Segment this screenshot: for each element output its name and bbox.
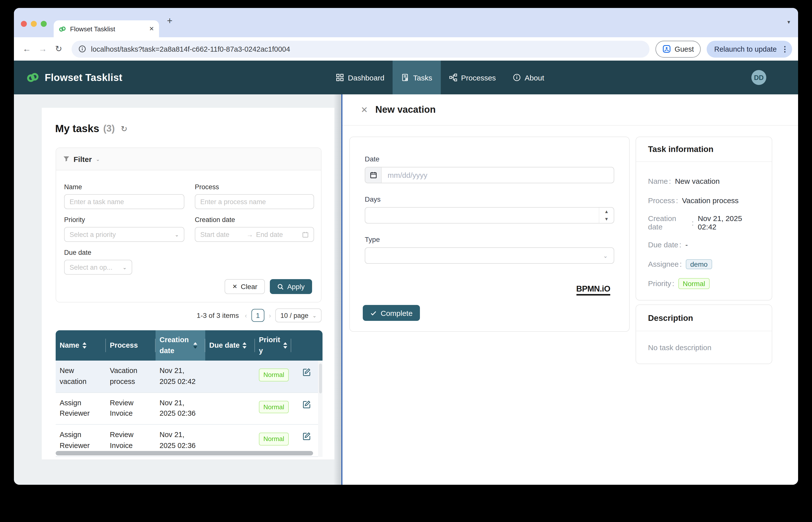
filter-toggle[interactable]: Filter ⌄ — [56, 148, 321, 170]
filter-collapse-chevron-icon[interactable]: ⌄ — [96, 156, 100, 162]
sort-carets-icon[interactable] — [243, 342, 247, 349]
info-value: - — [685, 240, 688, 249]
apply-label: Apply — [287, 283, 304, 290]
table-horizontal-scrollbar[interactable] — [56, 451, 313, 456]
complete-button[interactable]: Complete — [363, 305, 420, 321]
minimize-window-button[interactable] — [31, 21, 37, 27]
number-stepper[interactable]: ▲ ▼ — [599, 207, 614, 223]
browser-menu-icon[interactable]: ⋮ — [781, 44, 789, 54]
sort-carets-icon[interactable] — [193, 342, 197, 349]
nav-menu: DashboardTasksProcessesAbout — [328, 61, 553, 94]
nav-item-processes[interactable]: Processes — [441, 61, 504, 94]
edit-task-icon[interactable] — [302, 367, 311, 377]
detail-header: ✕ New vacation — [342, 94, 798, 126]
priority-badge: Normal — [259, 401, 289, 413]
sort-carets-icon[interactable] — [283, 342, 287, 349]
forward-button[interactable]: → — [36, 44, 50, 54]
filter-title: Filter — [74, 155, 92, 163]
filter-form: Name Enter a task name Process Enter a p… — [56, 170, 321, 302]
table-row[interactable]: Assign ReviewerReview InvoiceNov 21, 202… — [56, 393, 322, 425]
favicon — [59, 25, 66, 33]
browser-tab[interactable]: Flowset Tasklist ✕ — [54, 20, 159, 37]
back-button[interactable]: ← — [20, 44, 34, 54]
window-controls[interactable] — [21, 21, 47, 27]
page-size-select[interactable]: 10 / page ⌄ — [276, 308, 321, 322]
next-page-icon[interactable]: › — [269, 312, 271, 319]
creation-date-range-input[interactable]: Start date → End date — [195, 227, 314, 242]
maximize-window-button[interactable] — [41, 21, 47, 27]
due-date-filter-label: Due date — [64, 249, 132, 256]
column-label: Creation date — [159, 335, 190, 356]
priority-placeholder: Select a priority — [70, 231, 172, 238]
step-down-icon[interactable]: ▼ — [599, 215, 614, 223]
sort-carets-icon[interactable] — [82, 342, 86, 349]
close-window-button[interactable] — [21, 21, 27, 27]
nav-item-label: Dashboard — [348, 73, 384, 82]
range-arrow-icon: → — [246, 231, 253, 238]
step-up-icon[interactable]: ▲ — [599, 207, 614, 215]
column-header-name[interactable]: Name — [56, 330, 106, 361]
tab-title: Flowset Tasklist — [70, 25, 145, 33]
description-empty-text: No task description — [636, 331, 772, 364]
url-text[interactable]: localhost/tasks?task=2a8a814f-c662-11f0-… — [91, 45, 290, 53]
column-label: Priority — [259, 335, 280, 356]
type-label: Type — [365, 236, 614, 243]
browser-window: Flowset Tasklist ✕ + ▾ ← → ↻ localhost/t… — [14, 8, 798, 485]
column-header-priority[interactable]: Priority — [255, 330, 291, 361]
user-avatar[interactable]: DD — [751, 70, 766, 85]
search-icon — [277, 283, 284, 290]
relaunch-button[interactable]: Relaunch to update ⋮ — [707, 40, 792, 57]
column-header-due-date[interactable]: Due date — [205, 330, 255, 361]
process-filter-label: Process — [195, 183, 314, 191]
site-info-icon[interactable] — [79, 45, 86, 53]
info-label: Assignee — [648, 260, 678, 268]
table-vertical-scrollbar[interactable] — [318, 361, 322, 457]
task-information-panel: Task information Name:New vacationProces… — [636, 137, 772, 300]
task-count: (3) — [103, 123, 115, 134]
info-row-creation-date: Creation date:Nov 21, 2025 02:42 — [648, 214, 760, 231]
column-label: Name — [60, 340, 79, 350]
column-header-process: Process — [106, 330, 156, 361]
due-date-select[interactable]: Select an op... ⌄ — [64, 260, 132, 275]
page-number[interactable]: 1 — [252, 309, 264, 322]
info-colon: : — [669, 177, 671, 185]
apply-button[interactable]: Apply — [270, 279, 312, 294]
tab-search-chevron-icon[interactable]: ▾ — [787, 19, 790, 25]
due-date-cell — [205, 393, 255, 424]
type-select[interactable]: ⌄ — [365, 247, 614, 264]
new-tab-button[interactable]: + — [167, 16, 173, 25]
profile-button[interactable]: Guest — [655, 40, 701, 57]
nav-item-tasks[interactable]: Tasks — [393, 61, 441, 94]
app-brand[interactable]: Flowset Tasklist — [14, 61, 122, 94]
close-icon[interactable]: ✕ — [361, 104, 368, 115]
clear-button[interactable]: ✕ Clear — [225, 279, 265, 294]
process-name-input[interactable]: Enter a process name — [195, 194, 314, 209]
edit-task-icon[interactable] — [302, 431, 311, 441]
date-input[interactable]: mm/dd/yyyy — [365, 167, 614, 183]
nav-item-dashboard[interactable]: Dashboard — [328, 61, 393, 94]
start-date-placeholder: Start date — [200, 231, 243, 238]
table-row[interactable]: New vacationVacation processNov 21, 2025… — [56, 361, 322, 393]
reload-button[interactable]: ↻ — [52, 44, 65, 54]
prev-page-icon[interactable]: ‹ — [245, 312, 247, 319]
app-navbar: Flowset Tasklist DashboardTasksProcesses… — [14, 61, 798, 94]
column-label: Process — [110, 340, 138, 350]
address-bar[interactable]: localhost/tasks?task=2a8a814f-c662-11f0-… — [72, 40, 649, 57]
task-name-input[interactable]: Enter a task name — [64, 194, 184, 209]
tab-close-icon[interactable]: ✕ — [149, 25, 154, 32]
refresh-icon[interactable]: ↻ — [121, 124, 127, 133]
column-header-creation-date[interactable]: Creation date — [156, 330, 205, 361]
description-panel: Description No task description — [636, 304, 772, 364]
creation-date-cell: Nov 21, 2025 02:42 — [156, 361, 205, 392]
priority-select[interactable]: Select a priority ⌄ — [64, 227, 184, 242]
tasks-icon — [401, 74, 409, 81]
chevron-down-icon: ⌄ — [312, 313, 317, 318]
nav-item-about[interactable]: About — [504, 61, 553, 94]
end-date-placeholder: End date — [256, 231, 299, 238]
table-header-row: NameProcessCreation dateDue datePriority — [56, 330, 322, 361]
priority-filter-label: Priority — [64, 216, 184, 223]
nav-item-label: About — [525, 73, 544, 82]
days-number-input[interactable]: ▲ ▼ — [365, 207, 614, 223]
chevron-down-icon: ⌄ — [122, 264, 127, 270]
edit-task-icon[interactable] — [302, 400, 311, 408]
